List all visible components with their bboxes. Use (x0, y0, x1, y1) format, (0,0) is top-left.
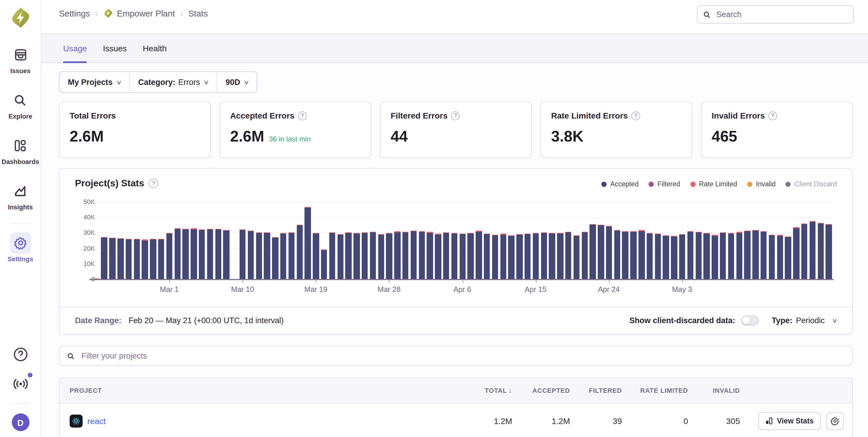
chart-bar[interactable] (564, 202, 572, 279)
chart-bar[interactable] (239, 202, 247, 279)
chart-bar[interactable] (100, 202, 108, 279)
chart-bar[interactable] (751, 202, 760, 279)
chart-bar[interactable] (686, 202, 694, 279)
sidebar-item-settings[interactable]: Settings (8, 232, 33, 263)
header-invalid[interactable]: INVALID (688, 387, 740, 394)
chart-bar[interactable] (418, 202, 426, 279)
chart-bar[interactable] (516, 202, 524, 279)
header-total[interactable]: TOTAL↓ (441, 387, 512, 394)
chart-bar[interactable] (638, 202, 646, 279)
legend-accepted[interactable]: Accepted (601, 180, 639, 188)
chart-bar[interactable] (182, 202, 190, 279)
help-icon[interactable]: ? (451, 111, 460, 120)
chart-bar[interactable] (548, 202, 556, 279)
chart-bar[interactable] (581, 202, 589, 279)
chart-bar[interactable] (328, 202, 336, 279)
chart-bar[interactable] (825, 202, 833, 279)
chart-bar[interactable] (613, 202, 621, 279)
chart-bar[interactable] (678, 202, 687, 279)
chart-bar[interactable] (459, 202, 467, 279)
chart-bar[interactable] (434, 202, 442, 279)
chart-bar[interactable] (654, 202, 662, 279)
chart-bar[interactable] (662, 202, 670, 279)
header-project[interactable]: PROJECT (60, 387, 441, 394)
chart-bar[interactable] (475, 202, 483, 279)
sidebar-item-dashboards[interactable]: Dashboards (1, 135, 39, 165)
chart-bar[interactable] (255, 202, 263, 279)
chart-bar[interactable] (711, 202, 719, 279)
chart-bar[interactable] (125, 202, 133, 279)
chart-bar[interactable] (92, 202, 100, 279)
chart-bar[interactable] (621, 202, 630, 279)
breadcrumb-settings[interactable]: Settings (59, 8, 90, 18)
chart-bar[interactable] (735, 202, 743, 279)
chart-bar[interactable] (572, 202, 581, 279)
chart-bar[interactable] (760, 202, 768, 279)
chart-bar[interactable] (133, 202, 141, 279)
chart-bar[interactable] (646, 202, 654, 279)
sidebar-item-insights[interactable]: Insights (8, 180, 33, 210)
category-selector[interactable]: Category: Errors ∨ (129, 72, 217, 92)
legend-filtered[interactable]: Filtered (649, 180, 680, 188)
chart-bar[interactable] (206, 202, 214, 279)
project-selector[interactable]: My Projects ∨ (60, 72, 129, 92)
chart-bar[interactable] (263, 202, 271, 279)
chart-bar[interactable] (605, 202, 613, 279)
help-icon[interactable]: ? (298, 111, 307, 120)
chart-bar[interactable] (556, 202, 564, 279)
chart-bar[interactable] (165, 202, 174, 279)
chart-bar[interactable] (540, 202, 548, 279)
view-stats-button[interactable]: View Stats (758, 412, 821, 430)
client-discard-toggle[interactable] (741, 315, 759, 326)
chart-bar[interactable] (304, 202, 312, 279)
org-logo[interactable] (9, 6, 32, 29)
chart-bar[interactable] (222, 202, 231, 279)
chart-bar[interactable] (589, 202, 597, 279)
sidebar-item-explore[interactable]: Explore (8, 90, 32, 120)
chart-bar[interactable] (719, 202, 727, 279)
chart-bar[interactable] (369, 202, 377, 279)
chart-bar[interactable] (426, 202, 434, 279)
legend-rate-limited[interactable]: Rate Limited (690, 180, 737, 188)
chart-bar[interactable] (792, 202, 800, 279)
chart-bar[interactable] (296, 202, 304, 279)
chart-bar[interactable] (344, 202, 352, 279)
chart-bar[interactable] (442, 202, 451, 279)
help-button[interactable] (13, 347, 28, 362)
chart-bar[interactable] (694, 202, 703, 279)
chart-bar[interactable] (174, 202, 182, 279)
chart-bar[interactable] (247, 202, 255, 279)
chart-bar[interactable] (352, 202, 361, 279)
chart-bar[interactable] (230, 202, 239, 279)
chart-bar[interactable] (532, 202, 540, 279)
chart-bar[interactable] (629, 202, 638, 279)
chart-bar[interactable] (190, 202, 198, 279)
chart-bar[interactable] (727, 202, 735, 279)
sidebar-item-issues[interactable]: Issues (10, 44, 31, 74)
header-rate-limited[interactable]: RATE LIMITED (622, 387, 688, 394)
chart-bar[interactable] (499, 202, 507, 279)
chart-bar[interactable] (336, 202, 345, 279)
chart-bar[interactable] (377, 202, 385, 279)
chart-bar[interactable] (117, 202, 125, 279)
chart-bar[interactable] (597, 202, 605, 279)
tab-health[interactable]: Health (143, 34, 167, 63)
project-link[interactable]: react (87, 416, 105, 426)
chart-bar[interactable] (393, 202, 402, 279)
header-filtered[interactable]: FILTERED (570, 387, 622, 394)
breadcrumb-org[interactable]: Empower Plant (103, 8, 175, 18)
search-input[interactable] (715, 9, 848, 20)
chart-bar[interactable] (287, 202, 296, 279)
type-selector[interactable]: Type: Periodic ∨ (772, 316, 837, 325)
chart-bar[interactable] (784, 202, 792, 279)
chart-bar[interactable] (157, 202, 165, 279)
header-accepted[interactable]: ACCEPTED (512, 387, 570, 394)
chart-bar[interactable] (491, 202, 499, 279)
project-filter-input[interactable] (80, 351, 845, 361)
chart-bar[interactable] (743, 202, 752, 279)
chart-bar[interactable] (320, 202, 329, 279)
chart-bar[interactable] (703, 202, 711, 279)
legend-invalid[interactable]: Invalid (747, 180, 776, 188)
chart-bar[interactable] (483, 202, 491, 279)
help-icon[interactable]: ? (631, 111, 640, 120)
